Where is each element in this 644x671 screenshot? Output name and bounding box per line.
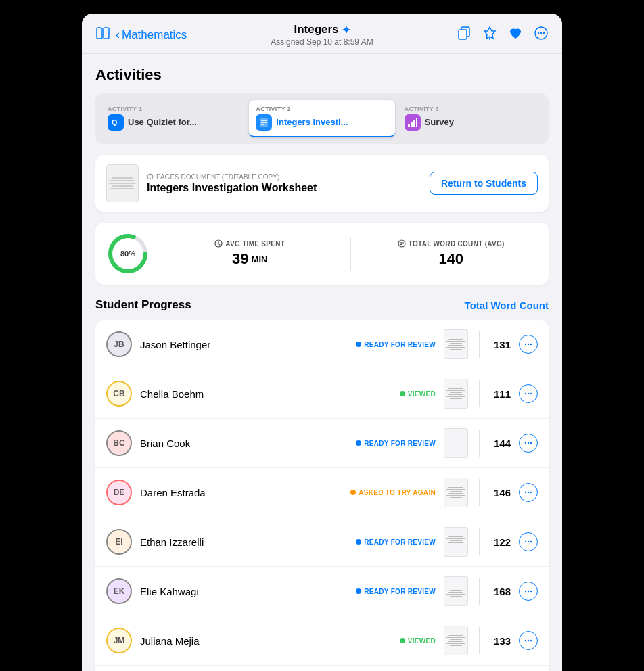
more-options-button[interactable] — [519, 483, 538, 502]
student-name: Juliana Mejia — [140, 635, 392, 647]
word-count-value: 133 — [490, 635, 511, 647]
doc-mini-thumbnail[interactable] — [444, 428, 468, 458]
activity-tabs: ACTIVITY 1 Q Use Quizlet for... ACTIVITY… — [95, 93, 549, 144]
tab-3-label: ACTIVITY 3 — [405, 106, 536, 112]
table-row: BC Brian Cook READY FOR REVIEW 144 — [95, 419, 549, 468]
word-count-value: 146 — [490, 487, 511, 499]
progress-circle: 80% — [106, 232, 150, 275]
page-title: Integers ✦ — [217, 23, 427, 37]
main-content: Activities ACTIVITY 1 Q Use Quizlet for.… — [82, 54, 562, 671]
table-row: JB Jason Bettinger READY FOR REVIEW 131 — [95, 320, 549, 369]
doc-mini-thumbnail[interactable] — [444, 527, 468, 557]
status-badge: READY FOR REVIEW — [356, 538, 436, 546]
status-badge: READY FOR REVIEW — [356, 341, 436, 348]
avatar: JM — [106, 628, 132, 653]
svg-rect-16 — [413, 120, 415, 127]
svg-point-45 — [528, 591, 529, 592]
svg-point-34 — [530, 393, 532, 394]
svg-rect-15 — [411, 122, 413, 127]
svg-rect-3 — [459, 30, 467, 39]
svg-point-46 — [530, 591, 532, 592]
status-badge: ASKED TO TRY AGAIN — [350, 489, 436, 496]
header-actions — [427, 26, 549, 45]
avatar: BC — [106, 430, 132, 456]
svg-point-48 — [528, 640, 529, 641]
doc-mini-thumbnail[interactable] — [444, 379, 468, 409]
more-icon[interactable] — [534, 26, 549, 45]
assigned-date: Assigned Sep 10 at 8:59 AM — [217, 37, 427, 47]
status-badge: READY FOR REVIEW — [356, 440, 436, 447]
table-row: CS Chris Sillers READY FOR REVIEW N/A — [95, 666, 549, 671]
doc-divider — [479, 380, 480, 407]
status-badge: VIEWED — [400, 637, 436, 645]
more-options-button[interactable] — [519, 335, 538, 354]
tab-activity-2[interactable]: ACTIVITY 2 Integers Investi... — [249, 100, 394, 137]
tab-2-name: Integers Investi... — [276, 117, 348, 128]
doc-divider — [479, 578, 480, 605]
table-row: EK Elie Kahwagi READY FOR REVIEW 168 — [95, 567, 549, 616]
doc-divider — [479, 528, 480, 555]
progress-label: 80% — [120, 250, 135, 258]
doc-thumbnail — [106, 164, 139, 202]
svg-point-38 — [525, 492, 526, 493]
svg-rect-1 — [104, 28, 109, 39]
tab-activity-3[interactable]: ACTIVITY 3 Survey — [398, 100, 543, 137]
back-chevron-icon: ‹ — [116, 28, 120, 42]
svg-point-41 — [525, 541, 526, 542]
pin-icon[interactable] — [482, 26, 497, 45]
svg-point-40 — [530, 492, 532, 493]
avatar: EI — [106, 529, 132, 555]
svg-point-31 — [530, 344, 532, 345]
svg-text:Q: Q — [112, 118, 118, 126]
tab-activity-1[interactable]: ACTIVITY 1 Q Use Quizlet for... — [101, 100, 246, 137]
doc-mini-thumbnail[interactable] — [444, 478, 468, 507]
svg-point-49 — [530, 640, 532, 641]
return-to-students-button[interactable]: Return to Students — [430, 172, 538, 195]
svg-point-47 — [525, 640, 526, 641]
svg-point-35 — [525, 442, 526, 444]
sidebar-toggle-icon[interactable] — [95, 26, 110, 45]
more-options-button[interactable] — [519, 384, 538, 403]
svg-point-44 — [525, 591, 526, 592]
copy-icon[interactable] — [457, 26, 472, 45]
doc-mini-thumbnail[interactable] — [444, 576, 468, 606]
doc-mini-thumbnail[interactable] — [444, 626, 468, 655]
avg-time-stat: AVG TIME SPENT 39 MIN — [163, 239, 337, 268]
sort-link[interactable]: Total Word Count — [465, 300, 549, 311]
tab-1-name: Use Quizlet for... — [128, 117, 197, 128]
word-count-value: 122 — [490, 536, 511, 548]
tab-3-name: Survey — [425, 117, 454, 128]
status-dot-icon — [350, 490, 356, 495]
status-dot-icon — [356, 539, 361, 545]
svg-point-33 — [528, 393, 529, 394]
svg-rect-17 — [416, 118, 417, 127]
doc-mini-thumbnail[interactable] — [444, 329, 468, 359]
word-count-value: 111 — [490, 388, 511, 400]
svg-point-37 — [530, 442, 532, 444]
svg-rect-14 — [408, 124, 410, 127]
status-dot-icon — [356, 588, 361, 594]
back-button[interactable]: ‹ Mathematics — [116, 28, 187, 42]
svg-point-19 — [150, 175, 150, 175]
status-dot-icon — [400, 391, 405, 396]
table-row: JM Juliana Mejia VIEWED 133 — [95, 616, 549, 666]
status-dot-icon — [400, 638, 405, 643]
heart-icon[interactable] — [508, 26, 523, 45]
more-options-button[interactable] — [519, 631, 538, 650]
svg-point-8 — [543, 32, 545, 33]
word-count-value: 144 — [490, 438, 511, 449]
header-center: Integers ✦ Assigned Sep 10 at 8:59 AM — [217, 23, 427, 47]
table-row: CB Chella Boehm VIEWED 111 — [95, 369, 549, 419]
word-count-value: 168 — [490, 586, 511, 597]
status-dot-icon — [356, 342, 361, 347]
doc-divider — [479, 331, 480, 358]
svg-point-36 — [528, 442, 529, 444]
header-left: ‹ Mathematics — [95, 26, 217, 45]
table-row: EI Ethan Izzarelli READY FOR REVIEW 122 — [95, 517, 549, 567]
more-options-button[interactable] — [519, 532, 538, 551]
more-options-button[interactable] — [519, 582, 538, 601]
more-options-button[interactable] — [519, 434, 538, 453]
tab-2-icon — [256, 114, 272, 131]
tab-2-label: ACTIVITY 2 — [256, 106, 388, 112]
svg-point-30 — [528, 344, 529, 345]
